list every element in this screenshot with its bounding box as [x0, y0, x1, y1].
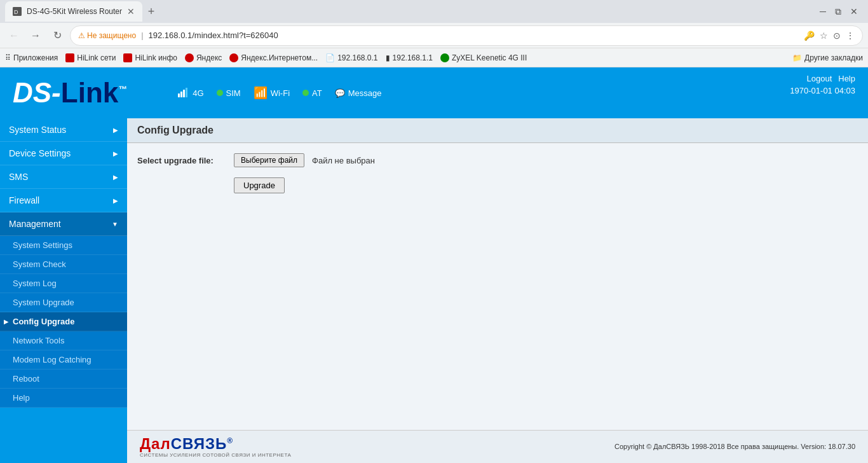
file-name-display: Файл не выбран	[312, 156, 375, 165]
bookmark-hilink-net[interactable]: HiLink сети	[65, 53, 116, 62]
sidebar-item-sms[interactable]: SMS ▶	[0, 165, 127, 189]
zyxel-favicon	[440, 53, 449, 62]
bookmark-yandex-internet[interactable]: Яндекс.Интернетом...	[229, 53, 318, 62]
footer-svyaz: СВЯЗЬ	[171, 435, 227, 452]
submenu-system-check[interactable]: System Check	[0, 255, 127, 274]
submenu-config-upgrade[interactable]: Config Upgrade	[0, 312, 127, 331]
bookmark-192-0-label: 192.168.0.1	[337, 53, 377, 62]
new-tab-button[interactable]: +	[142, 3, 160, 20]
browser-frame: D DS-4G-5Kit Wireless Router ✕ + ─ ⧉ ✕ ←…	[0, 0, 868, 67]
svg-rect-4	[183, 90, 185, 97]
forward-button[interactable]: →	[27, 27, 44, 45]
bookmark-hilink-info[interactable]: HiLink инфо	[123, 53, 177, 62]
menu-icon[interactable]: ⋮	[846, 31, 855, 41]
footer-dal: Дал	[140, 435, 171, 452]
tab-close-button[interactable]: ✕	[127, 6, 135, 17]
sidebar-item-device-settings[interactable]: Device Settings ▶	[0, 142, 127, 165]
header-at-status: AT	[302, 88, 322, 98]
reload-button[interactable]: ↻	[48, 27, 66, 45]
system-upgrade-label: System Upgrade	[13, 298, 74, 307]
bookmark-hilink-info-label: HiLink инфо	[135, 53, 177, 62]
sidebar-submenu-management: System Settings System Check System Log …	[0, 236, 127, 408]
bookmark-yandex-label: Яндекс	[196, 53, 222, 62]
bookmark-hilink-net-label: HiLink сети	[77, 53, 116, 62]
bookmark-yandex[interactable]: Яндекс	[185, 53, 222, 62]
sidebar-item-system-status[interactable]: System Status ▶	[0, 118, 127, 142]
other-bookmarks-label: Другие закладки	[804, 53, 863, 62]
header-wifi-status: 📶 Wi-Fi	[254, 86, 290, 100]
submenu-reboot[interactable]: Reboot	[0, 370, 127, 389]
page-icon-0: 📄	[325, 53, 335, 62]
sidebar-item-firewall[interactable]: Firewall ▶	[0, 189, 127, 212]
close-button[interactable]: ✕	[850, 6, 858, 17]
tab-bar: D DS-4G-5Kit Wireless Router ✕ + ─ ⧉ ✕	[0, 0, 868, 23]
warning-icon: ⚠	[78, 31, 85, 40]
at-dot-icon	[302, 90, 309, 96]
logout-link[interactable]: Logout	[806, 74, 832, 83]
router-header: DS-Link™ 4G SIM	[0, 67, 868, 118]
upgrade-button[interactable]: Upgrade	[234, 177, 285, 193]
other-bookmarks[interactable]: 📁 Другие закладки	[792, 53, 863, 62]
system-log-label: System Log	[13, 279, 57, 288]
bookmarks-bar: ⠿ Приложения HiLink сети HiLink инфо Янд…	[0, 48, 868, 67]
bookmark-192-1[interactable]: ▮ 192.168.1.1	[386, 53, 433, 62]
router-ui: DS-Link™ 4G SIM	[0, 67, 868, 463]
submenu-system-log[interactable]: System Log	[0, 274, 127, 293]
management-label: Management	[9, 219, 61, 229]
restore-button[interactable]: ⧉	[835, 6, 841, 17]
bookmark-yandex-internet-label: Яндекс.Интернетом...	[241, 53, 318, 62]
sim-label: SIM	[226, 88, 241, 98]
bookmark-star-icon[interactable]: ☆	[820, 31, 828, 41]
device-settings-arrow: ▶	[113, 150, 118, 157]
address-bar-icons: 🔑 ☆ ⊙ ⋮	[804, 31, 855, 41]
help-label: Help	[13, 393, 30, 403]
submenu-network-tools[interactable]: Network Tools	[0, 331, 127, 350]
header-nav: 4G SIM 📶 Wi-Fi AT 💬 Message	[178, 86, 381, 100]
router-logo: DS-Link™	[13, 77, 127, 109]
minimize-button[interactable]: ─	[820, 6, 826, 17]
at-label: AT	[312, 88, 322, 98]
main-layout: System Status ▶ Device Settings ▶ SMS ▶ …	[0, 118, 868, 463]
footer-reg: ®	[227, 436, 233, 445]
address-bar[interactable]: ⚠ Не защищено | 192.168.0.1/mindex.html?…	[70, 25, 863, 46]
sidebar: System Status ▶ Device Settings ▶ SMS ▶ …	[0, 118, 127, 463]
hilink-favicon	[65, 53, 74, 62]
svg-rect-3	[180, 92, 182, 97]
sidebar-item-management[interactable]: Management ▼	[0, 212, 127, 236]
message-label: Message	[348, 88, 382, 98]
account-icon[interactable]: ⊙	[833, 31, 841, 41]
bookmark-192-0[interactable]: 📄 192.168.0.1	[325, 53, 377, 62]
footer-copyright: Copyright © ДалСВЯЗЬ 1998-2018 Все права…	[614, 443, 855, 450]
choose-file-button[interactable]: Выберите файл	[234, 153, 304, 167]
back-button[interactable]: ←	[5, 27, 23, 45]
reboot-label: Reboot	[13, 374, 39, 384]
content-header: Config Upgrade	[127, 118, 868, 143]
upgrade-file-row: Select upgrade file: Выберите файл Файл …	[137, 153, 858, 167]
bookmark-apps[interactable]: ⠿ Приложения	[5, 53, 58, 62]
submenu-modem-log[interactable]: Modem Log Catching	[0, 350, 127, 370]
yandex-int-favicon	[229, 53, 238, 62]
config-upgrade-label: Config Upgrade	[13, 317, 75, 326]
browser-tab[interactable]: D DS-4G-5Kit Wireless Router ✕	[5, 1, 142, 22]
yandex-favicon	[185, 53, 194, 62]
help-link[interactable]: Help	[838, 74, 855, 83]
system-settings-label: System Settings	[13, 240, 72, 250]
submenu-system-upgrade[interactable]: System Upgrade	[0, 293, 127, 312]
bookmark-zyxel[interactable]: ZyXEL Keenetic 4G III	[440, 53, 527, 62]
wifi-label: Wi-Fi	[271, 88, 290, 98]
url-display[interactable]: 192.168.0.1/mindex.html?t=626040	[149, 31, 799, 40]
message-icon: 💬	[335, 88, 345, 98]
header-links: Logout Help	[790, 74, 855, 83]
wifi-icon: 📶	[254, 86, 268, 100]
content-area: Config Upgrade Select upgrade file: Выбе…	[127, 118, 868, 463]
header-right: Logout Help 1970-01-01 04:03	[790, 74, 855, 95]
svg-rect-5	[186, 88, 187, 97]
svg-text:D: D	[14, 9, 18, 15]
hilink-info-favicon	[123, 53, 132, 62]
footer-logo-area: ДалСВЯЗЬ® СИСТЕМЫ УСИЛЕНИЯ СОТОВОЙ СВЯЗИ…	[140, 436, 291, 458]
nav-bar: ← → ↻ ⚠ Не защищено | 192.168.0.1/mindex…	[0, 23, 868, 48]
content-body: Select upgrade file: Выберите файл Файл …	[127, 143, 868, 214]
submenu-system-settings[interactable]: System Settings	[0, 236, 127, 255]
bookmark-192-1-label: 192.168.1.1	[393, 53, 433, 62]
submenu-help[interactable]: Help	[0, 389, 127, 408]
